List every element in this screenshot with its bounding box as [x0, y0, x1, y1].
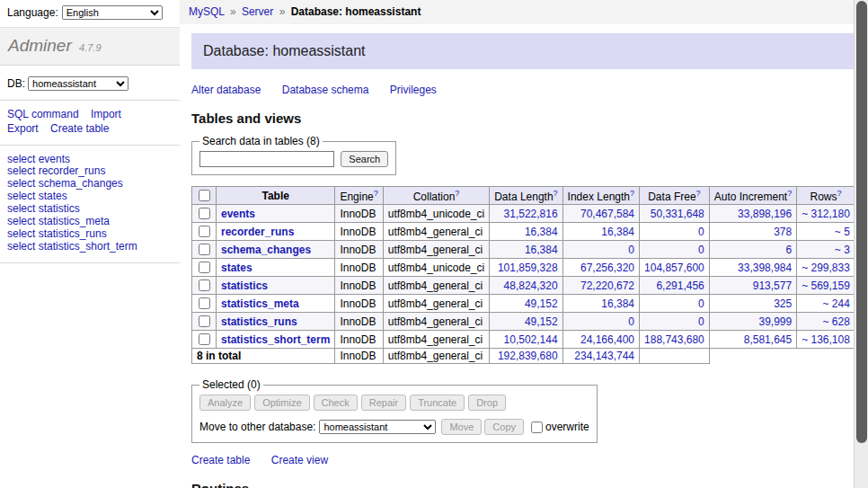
row-checkbox[interactable]	[199, 208, 210, 219]
collation-cell: utf8mb4_general_ci	[383, 313, 489, 331]
table-name-link[interactable]: statistics_meta	[221, 297, 299, 310]
row-checkbox-cell	[192, 313, 217, 331]
table-name-cell: statistics_short_term	[217, 331, 335, 349]
table-name-link[interactable]: states	[221, 262, 252, 274]
breadcrumb-current: Database: homeassistant	[291, 5, 421, 18]
row-checkbox[interactable]	[199, 333, 210, 345]
row-checkbox[interactable]	[199, 226, 210, 237]
import-link[interactable]: Import	[91, 108, 121, 120]
truncate-button[interactable]: Truncate	[410, 395, 465, 411]
rows-cell: ~ 569,159	[797, 277, 855, 295]
sidebar-select-link[interactable]: select statistics_runs	[7, 228, 173, 241]
breadcrumb-separator: »	[279, 5, 286, 18]
breadcrumb-mysql-link[interactable]: MySQL	[189, 5, 225, 18]
rows-cell: ~ 244	[797, 295, 855, 313]
total-empty-cell	[640, 349, 710, 364]
table-name-link[interactable]: schema_changes	[221, 244, 311, 256]
select-all-checkbox[interactable]	[199, 190, 210, 201]
select-all-header-cell	[192, 187, 217, 205]
content: Database: homeassistant Alter database D…	[180, 24, 868, 488]
export-link[interactable]: Export	[7, 122, 39, 135]
rows-cell: ~ 5	[797, 223, 855, 241]
sidebar-select-link[interactable]: select events	[7, 153, 173, 165]
collation-cell: utf8mb4_general_ci	[383, 277, 489, 295]
data_free-cell: 104,857,600	[640, 259, 710, 277]
database-schema-link[interactable]: Database schema	[282, 84, 369, 96]
data_free-cell: 50,331,648	[640, 205, 710, 223]
scrollbar-thumb[interactable]	[856, 1, 867, 443]
index_length-cell: 16,384	[562, 223, 639, 241]
collation-cell: utf8mb4_general_ci	[383, 295, 489, 313]
rows-cell: ~ 136,108	[797, 331, 855, 349]
sidebar-select-link[interactable]: select recorder_runs	[7, 165, 173, 178]
db-select[interactable]: homeassistant	[28, 76, 128, 91]
help-link[interactable]: ?	[837, 189, 842, 198]
engine-cell: InnoDB	[335, 331, 383, 349]
collation-cell: utf8mb4_unicode_ci	[383, 259, 489, 277]
table-links-list: select eventsselect recorder_runsselect …	[0, 146, 180, 263]
analyze-button[interactable]: Analyze	[199, 395, 251, 411]
help-link[interactable]: ?	[554, 189, 558, 198]
sidebar-select-link[interactable]: select statistics	[7, 203, 173, 216]
row-checkbox[interactable]	[199, 315, 210, 327]
create-table-link[interactable]: Create table	[191, 454, 250, 466]
help-link[interactable]: ?	[455, 189, 459, 198]
row-checkbox[interactable]	[199, 279, 210, 291]
create-table-sidebar-link[interactable]: Create table	[50, 122, 109, 135]
breadcrumb-server-link[interactable]: Server	[242, 5, 273, 18]
help-link[interactable]: ?	[630, 189, 634, 198]
row-checkbox-cell	[192, 241, 217, 259]
repair-button[interactable]: Repair	[361, 395, 406, 411]
breadcrumb: MySQL » Server » Database: homeassistant	[180, 0, 868, 24]
auto_increment-cell: 378	[709, 223, 796, 241]
move-button[interactable]: Move	[441, 419, 482, 435]
privileges-link[interactable]: Privileges	[390, 84, 437, 96]
total-filler-cell	[709, 349, 868, 364]
row-checkbox[interactable]	[199, 297, 210, 309]
row-checkbox[interactable]	[199, 262, 210, 273]
help-link[interactable]: ?	[374, 189, 378, 198]
vertical-scrollbar[interactable]	[854, 0, 868, 488]
search-input[interactable]	[199, 151, 334, 167]
language-select[interactable]: English	[62, 5, 163, 20]
table-name-link[interactable]: statistics	[221, 279, 268, 292]
sidebar-select-link[interactable]: select states	[7, 191, 173, 203]
engine-cell: InnoDB	[335, 313, 383, 331]
data_length-cell: 16,384	[490, 241, 562, 259]
table-name-link[interactable]: statistics_short_term	[221, 333, 330, 346]
search-button[interactable]: Search	[341, 151, 388, 167]
sidebar-select-link[interactable]: select statistics_meta	[7, 216, 173, 228]
help-link[interactable]: ?	[787, 189, 792, 198]
table-name-link[interactable]: statistics_runs	[221, 315, 297, 328]
data_free-cell: 6,291,456	[640, 277, 710, 295]
auto_increment-cell: 325	[709, 295, 796, 313]
table-name-link[interactable]: events	[221, 208, 255, 220]
optimize-button[interactable]: Optimize	[254, 395, 309, 411]
move-db-select[interactable]: homeassistant	[319, 420, 436, 434]
collation-cell: utf8mb4_general_ci	[383, 223, 489, 241]
collation-cell: utf8mb4_unicode_ci	[383, 205, 489, 223]
sql-command-link[interactable]: SQL command	[7, 108, 79, 120]
drop-button[interactable]: Drop	[468, 395, 506, 411]
db-label: DB:	[7, 77, 25, 90]
copy-button[interactable]: Copy	[484, 419, 524, 435]
total-row: 8 in totalInnoDButf8mb4_general_ci192,83…	[192, 349, 868, 364]
sidebar-select-link[interactable]: select statistics_short_term	[7, 241, 173, 253]
breadcrumb-separator: »	[230, 5, 236, 18]
engine-cell: InnoDB	[335, 223, 383, 241]
overwrite-checkbox[interactable]	[531, 421, 543, 433]
row-checkbox[interactable]	[199, 244, 210, 255]
create-view-link[interactable]: Create view	[271, 454, 328, 466]
sidebar: Language:English Adminer 4.7.9 DB:homeas…	[0, 0, 180, 488]
tables-body: eventsInnoDButf8mb4_unicode_ci31,522,816…	[192, 205, 868, 364]
table-row: statistics_metaInnoDButf8mb4_general_ci4…	[192, 295, 868, 313]
auto_increment-cell: 39,999	[709, 313, 796, 331]
alter-database-link[interactable]: Alter database	[191, 84, 261, 96]
table-name-link[interactable]: recorder_runs	[221, 226, 294, 238]
engine-cell: InnoDB	[335, 241, 383, 259]
language-label: Language:	[7, 6, 58, 19]
check-button[interactable]: Check	[314, 395, 358, 411]
table-row: statistics_short_termInnoDButf8mb4_gener…	[192, 331, 868, 349]
sidebar-select-link[interactable]: select schema_changes	[7, 178, 173, 191]
help-link[interactable]: ?	[696, 189, 701, 198]
